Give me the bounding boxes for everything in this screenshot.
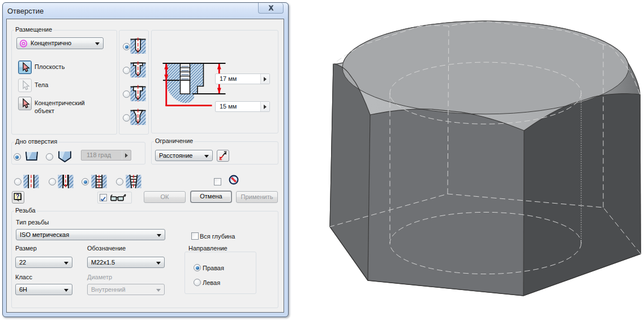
svg-text:?: ? <box>16 193 20 200</box>
